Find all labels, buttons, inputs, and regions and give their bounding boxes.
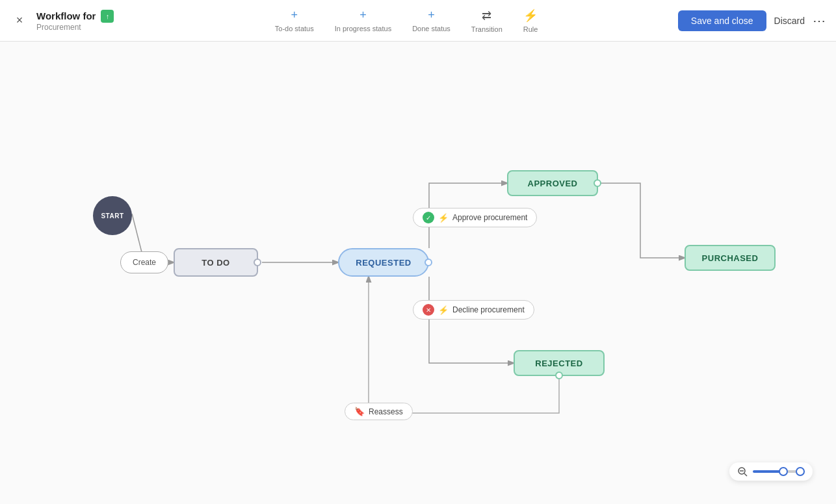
header-actions: Save and close Discard ⋯ [678, 10, 826, 31]
approve-label: Approve procurement [452, 213, 527, 222]
rejected-node[interactable]: REJECTED [514, 350, 605, 376]
start-node[interactable]: START [93, 196, 132, 235]
todo-label: TO DO [202, 258, 229, 268]
approve-transition[interactable]: ✓ ⚡ Approve procurement [413, 208, 537, 227]
discard-button[interactable]: Discard [774, 16, 805, 26]
purchased-label: PURCHASED [702, 253, 759, 263]
zoom-slider[interactable] [753, 470, 805, 473]
toolbar-rule[interactable]: ⚡ Rule [523, 8, 538, 33]
toolbar-transition-label: Transition [471, 25, 503, 33]
approved-label: APPROVED [528, 179, 578, 188]
toolbar-rule-label: Rule [523, 25, 538, 33]
toolbar: + To-do status + In progress status + Do… [135, 8, 677, 33]
reassess-transition[interactable]: 🔖 Reassess [345, 403, 413, 420]
todo-connector-dot [254, 258, 261, 266]
rejected-connector-dot [555, 372, 563, 379]
requested-node[interactable]: REQUESTED [338, 248, 429, 277]
start-label: START [101, 212, 124, 220]
zoom-out-button[interactable] [737, 466, 748, 477]
create-node[interactable]: Create [120, 251, 168, 273]
app-subtitle: Procurement [36, 23, 114, 32]
toolbar-inprogress-label: In progress status [335, 25, 391, 32]
decline-deny-icon: ✕ [423, 304, 434, 316]
approve-check-icon: ✓ [423, 212, 434, 223]
approved-connector-dot [594, 179, 601, 187]
rule-icon: ⚡ [523, 8, 538, 23]
toolbar-done-label: Done status [412, 25, 451, 32]
title-badge: ↑ [101, 10, 114, 23]
requested-label: REQUESTED [356, 258, 411, 268]
title-row: Workflow for ↑ [36, 10, 114, 23]
plus-icon-done: + [428, 8, 435, 22]
reassess-label: Reassess [369, 407, 403, 416]
purchased-node[interactable]: PURCHASED [685, 245, 776, 271]
decline-bolt-icon: ⚡ [438, 305, 449, 315]
save-close-button[interactable]: Save and close [678, 10, 766, 31]
rejected-label: REJECTED [535, 359, 582, 368]
decline-label: Decline procurement [452, 305, 525, 314]
toolbar-done-status[interactable]: + Done status [412, 8, 451, 32]
todo-node[interactable]: TO DO [174, 248, 258, 277]
approve-bolt-icon: ⚡ [438, 213, 449, 223]
close-button[interactable]: × [10, 12, 29, 30]
zoom-out-icon [737, 466, 748, 477]
app-title: Workflow for [36, 10, 96, 21]
toolbar-todo-status[interactable]: + To-do status [275, 8, 314, 32]
toolbar-todo-label: To-do status [275, 25, 314, 32]
reassess-icon: 🔖 [354, 407, 365, 416]
requested-connector-dot [425, 258, 432, 266]
workflow-canvas: START Create TO DO REQUESTED APPROVED PU… [0, 42, 836, 504]
toolbar-inprogress-status[interactable]: + In progress status [335, 8, 391, 32]
zoom-controls [729, 462, 813, 481]
transition-icon: ⇄ [482, 8, 491, 23]
decline-transition[interactable]: ✕ ⚡ Decline procurement [413, 300, 534, 320]
create-label: Create [133, 258, 156, 267]
plus-icon-todo: + [291, 8, 298, 22]
approved-node[interactable]: APPROVED [507, 170, 598, 196]
toolbar-transition[interactable]: ⇄ Transition [471, 8, 503, 33]
header: × Workflow for ↑ Procurement + To-do sta… [0, 0, 836, 42]
svg-line-4 [744, 473, 747, 476]
more-options-button[interactable]: ⋯ [813, 13, 826, 29]
title-area: Workflow for ↑ Procurement [36, 10, 114, 32]
plus-icon-inprogress: + [359, 8, 367, 22]
